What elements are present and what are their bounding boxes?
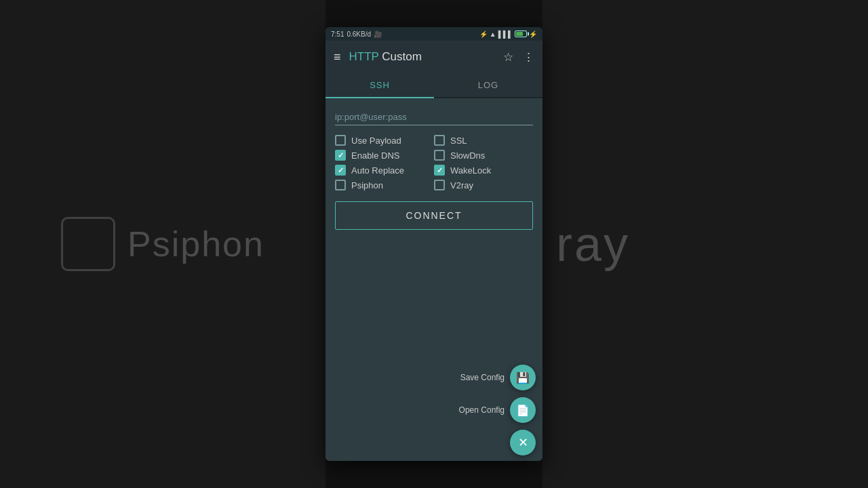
server-input[interactable] [335, 109, 533, 125]
checkbox-v2ray-label: V2ray [450, 180, 473, 190]
status-speed: 0.6KB/d [347, 30, 371, 38]
checkbox-enable-dns-label: Enable DNS [351, 150, 400, 161]
checkbox-psiphon-box [335, 180, 346, 190]
checkbox-ssl-label: SSL [450, 136, 467, 146]
checkboxes-grid: Use Payload SSL Enable DNS SlowDns Auto … [335, 135, 533, 190]
server-input-wrap [335, 109, 533, 125]
checkbox-ssl[interactable]: SSL [434, 135, 533, 146]
checkbox-wakelock-label: WakeLock [450, 165, 491, 176]
more-options-icon[interactable]: ⋮ [523, 50, 534, 64]
title-custom: Custom [379, 50, 422, 63]
checkbox-psiphon[interactable]: Psiphon [335, 180, 434, 190]
checkbox-enable-dns-box [335, 150, 346, 161]
bg-logo-box [61, 217, 115, 271]
open-config-label: Open Config [459, 405, 505, 415]
fab-save-row: Save Config 💾 [460, 365, 536, 390]
status-bar: 7:51 0.6KB/d 🎥 ⚡ ▲ ▌▌▌ ⚡ [326, 27, 542, 41]
checkbox-ssl-box [434, 135, 445, 146]
charging-icon: ⚡ [529, 30, 537, 38]
wifi-icon: ▲ [490, 30, 496, 38]
connect-button[interactable]: CONNECT [335, 201, 533, 230]
checkbox-enable-dns[interactable]: Enable DNS [335, 150, 434, 161]
checkbox-wakelock[interactable]: WakeLock [434, 165, 533, 176]
close-fab-button[interactable]: ✕ [510, 430, 536, 455]
toolbar-action-icons: ☆ ⋮ [503, 50, 534, 64]
save-config-label: Save Config [460, 373, 505, 382]
close-icon: ✕ [518, 435, 528, 450]
background-right: ray [542, 0, 868, 488]
fab-area: Save Config 💾 Open Config 📄 ✕ [459, 365, 536, 455]
battery-fill [516, 32, 523, 36]
checkbox-slowdns-label: SlowDns [450, 150, 485, 161]
status-time: 7:51 [331, 30, 344, 38]
ssh-content: Use Payload SSL Enable DNS SlowDns Auto … [326, 98, 542, 461]
battery-icon [515, 30, 527, 37]
app-title: HTTP Custom [349, 50, 495, 64]
status-bar-right: ⚡ ▲ ▌▌▌ ⚡ [479, 30, 537, 38]
menu-icon[interactable]: ≡ [334, 50, 341, 64]
checkbox-use-payload-box [335, 135, 346, 146]
fab-open-row: Open Config 📄 [459, 397, 536, 423]
checkbox-auto-replace-box [335, 165, 346, 176]
save-config-button[interactable]: 💾 [510, 365, 536, 390]
bg-right-text: ray [556, 216, 630, 272]
checkbox-psiphon-label: Psiphon [351, 180, 383, 190]
background-left: Psiphon [0, 0, 326, 488]
checkbox-use-payload[interactable]: Use Payload [335, 135, 434, 146]
status-bar-left: 7:51 0.6KB/d 🎥 [331, 30, 382, 38]
tabs: SSH LOG [326, 73, 542, 98]
tab-log[interactable]: LOG [434, 73, 542, 97]
checkbox-auto-replace[interactable]: Auto Replace [335, 165, 434, 176]
signal-bars: ▌▌▌ [498, 30, 513, 38]
bluetooth-icon: ⚡ [479, 30, 488, 38]
tab-ssh[interactable]: SSH [326, 73, 434, 97]
phone-frame: 7:51 0.6KB/d 🎥 ⚡ ▲ ▌▌▌ ⚡ ≡ HTTP Custom ☆… [326, 27, 542, 461]
checkbox-use-payload-label: Use Payload [351, 136, 401, 146]
checkbox-v2ray-box [434, 180, 445, 190]
status-video-icon: 🎥 [374, 30, 382, 38]
checkbox-slowdns[interactable]: SlowDns [434, 150, 533, 161]
star-icon[interactable]: ☆ [503, 50, 513, 64]
toolbar: ≡ HTTP Custom ☆ ⋮ [326, 41, 542, 73]
title-http: HTTP [349, 50, 379, 63]
open-icon: 📄 [516, 404, 530, 417]
checkbox-wakelock-box [434, 165, 445, 176]
checkbox-auto-replace-label: Auto Replace [351, 165, 404, 176]
bg-logo-text: Psiphon [127, 224, 264, 264]
open-config-button[interactable]: 📄 [510, 397, 536, 423]
save-icon: 💾 [516, 371, 530, 384]
checkbox-v2ray[interactable]: V2ray [434, 180, 533, 190]
checkbox-slowdns-box [434, 150, 445, 161]
